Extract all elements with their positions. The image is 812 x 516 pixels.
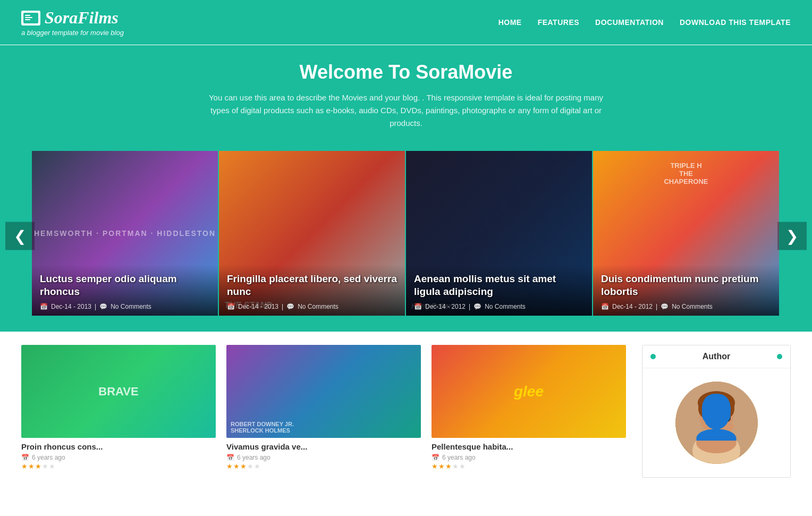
widget-dot-left — [650, 354, 656, 359]
post-title: Pellentesque habita... — [432, 442, 626, 451]
posts-grid: BRAVE Proin rhoncus cons... 📅 6 years ag… — [21, 345, 626, 478]
slide-date: Dec-14 - 2012 — [425, 303, 466, 310]
calendar-icon: 📅 — [414, 303, 422, 310]
comment-icon: 💬 — [286, 303, 294, 310]
calendar-icon: 📅 — [227, 303, 235, 310]
book-icon — [21, 11, 40, 26]
slide-date: Dec-14 - 2013 — [51, 303, 91, 310]
slide-meta: 📅 Dec-14 - 2013 | 💬 No Comments — [40, 303, 210, 310]
calendar-icon: 📅 — [40, 303, 48, 310]
slide-comments: No Comments — [485, 303, 526, 310]
svg-rect-3 — [25, 17, 32, 18]
post-title: Proin rhoncus cons... — [21, 442, 216, 451]
post-poster-text: ROBERT DOWNEY JR.SHERLOCK HOLMES — [231, 421, 294, 434]
post-stars: ★★★★★ — [21, 462, 55, 470]
slide-overlay: Duis condimentum nunc pretium lobortis 📅… — [593, 265, 779, 316]
svg-point-6 — [699, 397, 733, 435]
svg-point-14 — [696, 432, 737, 453]
post-poster-text: BRAVE — [98, 385, 138, 399]
logo-area: SoraFilms a blogger template for movie b… — [21, 8, 124, 37]
slider-section: ❮ HEMSWORTH · PORTMAN · HIDDLESTON Luctu… — [0, 140, 812, 332]
post-stars: ★★★★★ — [432, 462, 466, 470]
slide-overlay: Luctus semper odio aliquam rhoncus 📅 Dec… — [32, 265, 218, 316]
author-avatar — [675, 382, 758, 464]
post-poster-text: glee — [514, 383, 544, 400]
svg-point-7 — [698, 391, 735, 415]
calendar-icon: 📅 — [601, 303, 609, 310]
slide-meta: 📅 Dec-14 - 2012 | 💬 No Comments — [414, 303, 584, 310]
slide-meta: 📅 Dec-14 - 2012 | 💬 No Comments — [601, 303, 771, 310]
slide-comments: No Comments — [672, 303, 713, 310]
slider-inner: HEMSWORTH · PORTMAN · HIDDLESTON Luctus … — [32, 151, 780, 316]
slide-date: Dec-14 - 2013 — [238, 303, 278, 310]
slide-poster-text: HEMSWORTH · PORTMAN · HIDDLESTON — [34, 229, 216, 238]
comment-icon: 💬 — [661, 303, 669, 310]
slide-poster-text: TRIPLE HTHECHAPERONE — [664, 162, 708, 185]
slide-item[interactable]: TRIPLE HTHECHAPERONE Duis condimentum nu… — [593, 151, 779, 316]
slide-overlay: Aenean mollis metus sit amet ligula adip… — [406, 265, 592, 316]
post-card[interactable]: glee Pellentesque habita... 📅 6 years ag… — [432, 345, 626, 478]
post-date: 6 years ago — [32, 454, 65, 461]
slide-item[interactable]: THE STAND Fringilla placerat libero, sed… — [219, 151, 405, 316]
logo-text: SoraFilms — [45, 8, 119, 28]
slide-title: Aenean mollis metus sit amet ligula adip… — [414, 273, 584, 299]
slide-item[interactable]: HEMSWORTH · PORTMAN · HIDDLESTON Luctus … — [32, 151, 218, 316]
post-stars: ★★★★★ — [226, 462, 260, 470]
post-date: 6 years ago — [237, 454, 270, 461]
svg-rect-10 — [705, 415, 716, 422]
logo-subtitle: a blogger template for movie blog — [21, 29, 124, 37]
post-card[interactable]: BRAVE Proin rhoncus cons... 📅 6 years ag… — [21, 345, 216, 478]
slide-comments: No Comments — [298, 303, 339, 310]
author-image-container — [642, 368, 790, 477]
slide-comments: No Comments — [111, 303, 151, 310]
slide-title: Luctus semper odio aliquam rhoncus — [40, 273, 210, 299]
post-card[interactable]: ROBERT DOWNEY JR.SHERLOCK HOLMES Vivamus… — [226, 345, 421, 478]
main-content: BRAVE Proin rhoncus cons... 📅 6 years ag… — [0, 332, 812, 491]
post-date: 6 years ago — [442, 454, 476, 461]
slider-prev-button[interactable]: ❮ — [5, 222, 35, 250]
nav-home[interactable]: HOME — [498, 18, 522, 27]
svg-point-8 — [698, 399, 711, 418]
hero-title: Welcome To SoraMovie — [21, 61, 791, 83]
calendar-icon: 📅 — [432, 454, 439, 461]
svg-rect-4 — [25, 19, 30, 20]
slide-meta: 📅 Dec-14 - 2013 | 💬 No Comments — [227, 303, 397, 310]
comment-icon: 💬 — [99, 303, 107, 310]
svg-point-9 — [722, 399, 734, 418]
hero-description: You can use this area to describe the Mo… — [204, 91, 608, 130]
nav-documentation[interactable]: DOCUMENTATION — [595, 18, 664, 27]
widget-dot-right — [777, 354, 782, 359]
nav-features[interactable]: FEATURES — [538, 18, 579, 27]
hero-section: Welcome To SoraMovie You can use this ar… — [0, 45, 812, 140]
calendar-icon: 📅 — [226, 454, 234, 461]
slide-title: Duis condimentum nunc pretium lobortis — [601, 273, 771, 299]
slider-next-button[interactable]: ❯ — [777, 222, 807, 250]
calendar-icon: 📅 — [21, 454, 29, 461]
widget-title: Author — [703, 352, 730, 361]
slide-date: Dec-14 - 2012 — [612, 303, 653, 310]
author-face-svg — [675, 382, 758, 464]
nav-download[interactable]: DOWNLOAD THIS TEMPLATE — [680, 18, 791, 27]
post-meta: 📅 6 years ago — [226, 454, 421, 461]
slide-overlay: Fringilla placerat libero, sed viverra n… — [219, 265, 405, 316]
svg-rect-11 — [719, 415, 731, 422]
main-nav: HOME FEATURES DOCUMENTATION DOWNLOAD THI… — [498, 18, 791, 27]
svg-rect-2 — [25, 15, 30, 16]
slide-title: Fringilla placerat libero, sed viverra n… — [227, 273, 397, 299]
slide-item[interactable]: Harry Potter Aenean mollis metus sit ame… — [406, 151, 592, 316]
sidebar: Author — [642, 345, 791, 478]
site-header: SoraFilms a blogger template for movie b… — [0, 0, 812, 45]
post-meta: 📅 6 years ago — [21, 454, 216, 461]
comment-icon: 💬 — [473, 303, 481, 310]
logo-title: SoraFilms — [21, 8, 124, 28]
post-meta: 📅 6 years ago — [432, 454, 626, 461]
author-widget: Author — [642, 345, 791, 478]
post-title: Vivamus gravida ve... — [226, 442, 421, 451]
widget-header: Author — [642, 345, 790, 368]
svg-point-15 — [723, 422, 734, 431]
